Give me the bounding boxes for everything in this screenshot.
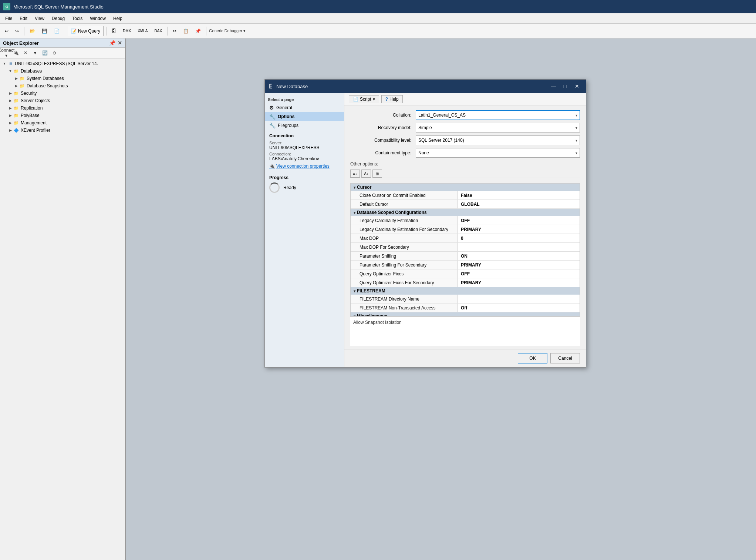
oe-connect-button[interactable]: Connect ▾ xyxy=(2,49,10,57)
expand-snapshots[interactable]: ▶ xyxy=(13,83,19,89)
cut-button[interactable]: ✂ xyxy=(170,26,179,36)
page-general[interactable]: ⚙ General xyxy=(265,103,344,112)
title-bar: ⚙ Microsoft SQL Server Management Studio xyxy=(0,0,756,13)
page-filegroups[interactable]: 🔧 Filegroups xyxy=(265,121,344,130)
legacy-card-secondary-name: Legacy Cardinality Estimation For Second… xyxy=(351,225,458,234)
maximize-button[interactable]: □ xyxy=(560,82,570,91)
tree-item-management[interactable]: ▶ 📁 Management xyxy=(6,119,125,127)
tree-item-system-dbs[interactable]: ▶ 📁 System Databases xyxy=(12,75,125,82)
expand-replication[interactable]: ▶ xyxy=(7,105,13,111)
server-val: UNIT-905\SQLEXPRESS xyxy=(269,145,340,150)
script-button[interactable]: 📄 Script ▾ xyxy=(349,95,379,103)
expand-server[interactable]: ▼ xyxy=(1,61,7,67)
menu-view[interactable]: View xyxy=(31,15,48,22)
new-query-icon: 📝 xyxy=(71,28,77,34)
minimize-button[interactable]: — xyxy=(548,82,558,91)
oe-title: Object Explorer xyxy=(3,40,39,46)
filestream-section-header[interactable]: ▾ FILESTREAM xyxy=(351,287,580,295)
security-icon: 📁 xyxy=(13,90,19,96)
query-opt-secondary-val[interactable]: PRIMARY xyxy=(458,278,580,287)
sort-by-cat-btn[interactable]: ≡↓ xyxy=(350,170,360,178)
default-cursor-val[interactable]: GLOBAL xyxy=(458,200,580,208)
prop-max-dop: Max DOP 0 xyxy=(351,234,580,243)
prop-filestream-access: FILESTREAM Non-Transacted Access Off xyxy=(351,304,580,312)
oe-close-icon[interactable]: ✕ xyxy=(118,40,122,46)
db-scoped-section-header[interactable]: ▾ Database Scoped Configurations xyxy=(351,209,580,216)
tree-item-replication[interactable]: ▶ 📁 Replication xyxy=(6,104,125,112)
tree-item-security[interactable]: ▶ 📁 Security xyxy=(6,90,125,97)
main-area: Object Explorer 📌 ✕ Connect ▾ 🔌 ✕ ▼ 🔄 ⊖ … xyxy=(0,38,756,560)
menu-window[interactable]: Window xyxy=(86,15,109,22)
dmx-button[interactable]: DMX xyxy=(120,26,134,36)
menu-debug[interactable]: Debug xyxy=(48,15,68,22)
paste-button[interactable]: 📌 xyxy=(193,26,203,36)
oe-collapse-btn[interactable]: ⊖ xyxy=(50,49,58,57)
param-sniff-val[interactable]: ON xyxy=(458,252,580,260)
tree-item-databases[interactable]: ▼ 📁 Databases xyxy=(6,67,125,75)
misc-section-header[interactable]: ▾ Miscellaneous xyxy=(351,312,580,316)
oe-filter-btn[interactable]: ▼ xyxy=(31,49,39,57)
grid-btn[interactable]: ⊞ xyxy=(372,170,382,178)
menu-edit[interactable]: Edit xyxy=(16,15,31,22)
expand-server-objects[interactable]: ▶ xyxy=(7,98,13,104)
expand-system-dbs[interactable]: ▶ xyxy=(13,76,19,81)
ok-button[interactable]: OK xyxy=(518,353,547,363)
undo-button[interactable]: ↩ xyxy=(2,26,11,36)
expand-management[interactable]: ▶ xyxy=(7,120,13,126)
dialog-title-left: 🗄 New Database xyxy=(269,84,308,89)
expand-databases[interactable]: ▼ xyxy=(7,68,13,74)
attach-button[interactable]: 🗄 xyxy=(109,26,119,36)
sort-alpha-btn[interactable]: A↓ xyxy=(361,170,371,178)
collation-value: Latin1_General_CS_AS xyxy=(418,113,466,118)
close-button[interactable]: ✕ xyxy=(572,82,582,91)
help-button[interactable]: ? Help xyxy=(381,95,403,103)
help-icon: ? xyxy=(385,97,388,102)
query-opt-val[interactable]: OFF xyxy=(458,269,580,278)
open-button[interactable]: 📂 xyxy=(27,26,38,36)
close-cursor-val[interactable]: False xyxy=(458,191,580,199)
expand-security[interactable]: ▶ xyxy=(7,90,13,96)
cursor-section-header[interactable]: ▾ Cursor xyxy=(351,184,580,191)
legacy-card-val[interactable]: OFF xyxy=(458,216,580,225)
menu-file[interactable]: File xyxy=(1,15,16,22)
oe-pin-icon[interactable]: 📌 xyxy=(109,40,115,46)
tree-item-snapshots[interactable]: ▶ 📁 Database Snapshots xyxy=(12,82,125,90)
cancel-button[interactable]: Cancel xyxy=(550,353,580,363)
compatibility-dropdown[interactable]: SQL Server 2017 (140) ▾ xyxy=(416,135,580,145)
dialog-controls: — □ ✕ xyxy=(548,82,582,91)
filestream-access-val[interactable]: Off xyxy=(458,304,580,312)
collation-dropdown[interactable]: Latin1_General_CS_AS ▾ xyxy=(416,110,580,120)
system-dbs-icon: 📁 xyxy=(19,76,25,81)
oe-refresh-btn[interactable]: 🔌 xyxy=(12,49,20,57)
menu-help[interactable]: Help xyxy=(109,15,126,22)
filestream-dir-val[interactable] xyxy=(458,295,580,303)
view-connection-link[interactable]: 🔌 View connection properties xyxy=(269,164,340,169)
save-button[interactable]: 💾 xyxy=(39,26,50,36)
xmla-button[interactable]: XMLA xyxy=(135,26,150,36)
query-opt-secondary-name: Query Optimizer Fixes For Secondary xyxy=(351,278,458,287)
tree-item-server[interactable]: ▼ 🖥 UNIT-905\SQLEXPRESS (SQL Server 14. xyxy=(0,60,125,67)
oe-tree: ▼ 🖥 UNIT-905\SQLEXPRESS (SQL Server 14. … xyxy=(0,58,125,560)
app-icon: ⚙ xyxy=(3,3,10,10)
expand-xevent[interactable]: ▶ xyxy=(7,127,13,133)
max-dop-secondary-val[interactable] xyxy=(458,243,580,251)
open2-button[interactable]: 📄 xyxy=(51,26,62,36)
containment-dropdown[interactable]: None ▾ xyxy=(416,148,580,158)
oe-sync-btn[interactable]: 🔄 xyxy=(41,49,49,57)
param-sniff-secondary-val[interactable]: PRIMARY xyxy=(458,261,580,269)
tree-item-server-objects[interactable]: ▶ 📁 Server Objects xyxy=(6,97,125,104)
expand-polybase[interactable]: ▶ xyxy=(7,113,13,118)
oe-disconnect-btn[interactable]: ✕ xyxy=(21,49,30,57)
dax-button[interactable]: DAX xyxy=(152,26,165,36)
script-label: Script xyxy=(360,97,371,102)
redo-button[interactable]: ↪ xyxy=(13,26,21,36)
max-dop-val[interactable]: 0 xyxy=(458,234,580,242)
copy-button[interactable]: 📋 xyxy=(180,26,191,36)
page-options[interactable]: 🔧 Options xyxy=(265,112,344,121)
tree-item-polybase[interactable]: ▶ 📁 PolyBase xyxy=(6,112,125,119)
new-query-button[interactable]: 📝 New Query xyxy=(68,26,104,36)
legacy-card-secondary-val[interactable]: PRIMARY xyxy=(458,225,580,234)
recovery-dropdown[interactable]: Simple ▾ xyxy=(416,123,580,133)
menu-tools[interactable]: Tools xyxy=(68,15,86,22)
tree-item-xevent[interactable]: ▶ 🔷 XEvent Profiler xyxy=(6,127,125,134)
